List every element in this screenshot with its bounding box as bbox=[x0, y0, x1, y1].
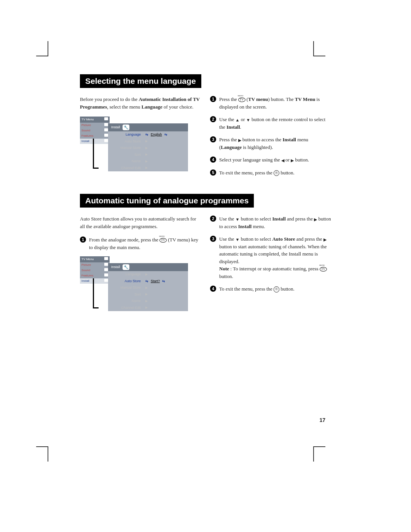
chev-icon: ▶ bbox=[145, 139, 148, 144]
osd-sub: Install🔧 Language▶ Auto Store⇆Start?⇆ Ma… bbox=[108, 263, 188, 311]
osd-row: Manual Store bbox=[113, 285, 141, 291]
osd-item: Features bbox=[81, 134, 94, 138]
section2-title: Automatic tuning of analogue programmes bbox=[80, 194, 254, 208]
osd-item-selected: Install bbox=[81, 139, 89, 144]
section1-right-col: 1Press the TV (TV menu) button. The TV M… bbox=[210, 96, 331, 182]
osd-row: Sort bbox=[113, 152, 141, 158]
osd-sub-title: Install bbox=[111, 265, 120, 270]
osd-row: Channel Edit bbox=[113, 166, 141, 171]
step-3-icon: 3 bbox=[210, 236, 216, 242]
down-arrow-icon: ▼ bbox=[236, 217, 240, 222]
chev-icon: ▶ bbox=[145, 305, 148, 310]
osd-row: Auto Store bbox=[113, 279, 141, 284]
section1-title: Selecting the menu language bbox=[80, 74, 201, 88]
step-1: From the analogue mode, press the TV (TV… bbox=[89, 236, 201, 251]
osd-row: Auto Store bbox=[113, 139, 141, 144]
left-arrow-icon: ◀ bbox=[281, 158, 284, 163]
chev-icon: ▶ bbox=[145, 272, 148, 277]
mini-icon bbox=[104, 268, 108, 271]
section2-left-col: Auto Store function allows you to automa… bbox=[80, 215, 201, 317]
chev-icon: ▶ bbox=[145, 299, 148, 304]
exit-icon: ⎘ bbox=[274, 286, 279, 292]
section1-intro: Before you proceed to do the Automatic I… bbox=[80, 96, 201, 110]
osd-connector bbox=[93, 278, 99, 308]
wrench-icon: 🔧 bbox=[123, 264, 129, 270]
section1-left-col: Before you proceed to do the Automatic I… bbox=[80, 96, 201, 182]
chev-icon: ▶ bbox=[145, 166, 148, 170]
step-4-icon: 4 bbox=[210, 286, 216, 292]
osd-connector bbox=[93, 139, 99, 169]
exit-icon: ⎘ bbox=[274, 170, 279, 176]
t: Language bbox=[142, 104, 162, 110]
crop-mark-br bbox=[313, 446, 325, 462]
crop-mark-bl bbox=[36, 446, 48, 462]
chev-icon: ▶ bbox=[145, 146, 148, 150]
osd-menu-1: TV Menu Picture Sound Features Install I… bbox=[80, 117, 201, 177]
tv-menu-icon: TV bbox=[159, 238, 167, 243]
lr-icon: ⇆ bbox=[162, 279, 165, 284]
down-arrow-icon: ▼ bbox=[236, 237, 240, 242]
osd-sub: Install🔧 Language⇆English⇆ Auto Store▶ M… bbox=[108, 123, 188, 171]
step-1: Press the TV (TV menu) button. The TV Me… bbox=[219, 96, 331, 110]
mini-icon bbox=[104, 279, 108, 282]
crop-mark-tl bbox=[36, 41, 48, 56]
right-arrow-icon: ▶ bbox=[291, 158, 294, 163]
osd-row: Name bbox=[113, 299, 141, 304]
osd-item: Sound bbox=[81, 128, 90, 133]
chev-icon: ▶ bbox=[145, 286, 148, 290]
osd-item-selected: Install bbox=[81, 279, 89, 283]
mini-icon bbox=[104, 273, 108, 276]
osd-value: English bbox=[151, 132, 162, 137]
tv-menu-icon: TV bbox=[320, 267, 327, 272]
step-4: To exit the menu, press the ⎘ button. bbox=[219, 285, 331, 293]
osd-item: Picture bbox=[81, 123, 91, 128]
mini-icon bbox=[104, 123, 108, 126]
osd-menu-2: TV Menu Picture Sound Features Install I… bbox=[80, 256, 201, 317]
step-1-icon: 1 bbox=[210, 96, 216, 102]
tv-mini-icon bbox=[104, 117, 108, 120]
osd-row: Language bbox=[113, 132, 141, 137]
t: of your choice. bbox=[162, 104, 194, 110]
step-2-icon: 2 bbox=[210, 116, 216, 122]
step-5: To exit the menu, press the ⎘ button. bbox=[219, 169, 331, 177]
lr-icon: ⇆ bbox=[164, 132, 167, 137]
step-2-icon: 2 bbox=[210, 216, 216, 222]
osd-item: Picture bbox=[81, 263, 91, 267]
section2-right-col: 2Use the ▼ button to select Install and … bbox=[210, 215, 331, 317]
osd-main-title: TV Menu bbox=[81, 257, 94, 262]
osd-row: Language bbox=[113, 272, 141, 277]
mini-icon bbox=[104, 139, 108, 142]
step-3-icon: 3 bbox=[210, 136, 216, 142]
t: Before you proceed to do the bbox=[80, 96, 139, 102]
osd-row: Manual Store bbox=[113, 145, 141, 151]
step-3: Use the ▼ button to select Auto Store an… bbox=[219, 235, 331, 280]
osd-row: Sort bbox=[113, 292, 141, 297]
osd-row: Channel Edit bbox=[113, 305, 141, 311]
up-arrow-icon: ▲ bbox=[236, 118, 240, 122]
right-arrow-icon: ▶ bbox=[323, 237, 327, 242]
osd-sub-title: Install bbox=[111, 125, 120, 130]
mini-icon bbox=[104, 263, 108, 266]
step-5-icon: 5 bbox=[210, 169, 216, 176]
mini-icon bbox=[104, 128, 108, 131]
chev-icon: ▶ bbox=[145, 292, 148, 297]
page-number: 17 bbox=[319, 417, 325, 423]
right-arrow-icon: ▶ bbox=[238, 138, 241, 142]
step-3: Press the ▶ button to access the Install… bbox=[219, 136, 331, 151]
wrench-icon: 🔧 bbox=[123, 125, 129, 130]
mini-icon bbox=[104, 134, 108, 137]
lr-icon: ⇆ bbox=[145, 279, 148, 284]
osd-row: Name bbox=[113, 159, 141, 164]
step-4-icon: 4 bbox=[210, 157, 216, 163]
osd-main-title: TV Menu bbox=[81, 117, 94, 122]
tv-mini-icon bbox=[104, 257, 108, 260]
crop-mark-tr bbox=[313, 41, 325, 56]
step-2: Use the ▲ or ▼ button on the remote cont… bbox=[219, 116, 331, 131]
down-arrow-icon: ▼ bbox=[246, 118, 250, 122]
chev-icon: ▶ bbox=[145, 159, 148, 164]
chev-icon: ▶ bbox=[145, 152, 148, 157]
osd-item: Sound bbox=[81, 268, 90, 273]
tv-menu-icon: TV bbox=[238, 97, 245, 102]
t: , select the menu bbox=[107, 104, 142, 110]
step-2: Use the ▼ button to select Install and p… bbox=[219, 215, 331, 230]
